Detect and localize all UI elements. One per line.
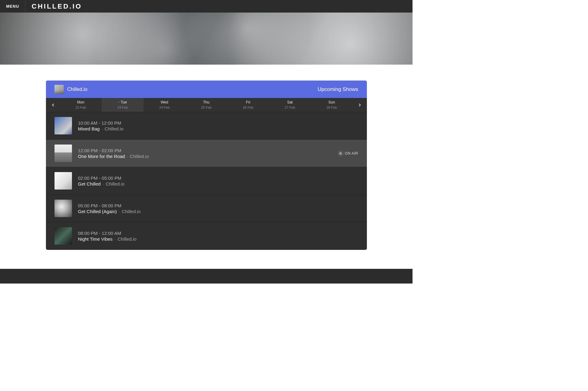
show-info: 10:00 AM - 12:00 PMMixed Bag·Chilled.io: [78, 120, 358, 131]
show-station: Chilled.io: [122, 209, 141, 214]
show-station: Chilled.io: [118, 236, 137, 242]
show-time: 10:00 AM - 12:00 PM: [78, 120, 358, 126]
show-info: 02:00 PM - 05:00 PMGet Chilled·Chilled.i…: [78, 175, 358, 186]
separator: ·: [119, 209, 120, 214]
day-of-week: Wed: [161, 100, 168, 105]
show-title: Mixed Bag: [78, 126, 100, 131]
show-thumbnail: [55, 200, 72, 217]
onair-badge: ON AIR: [339, 151, 358, 156]
chevron-left-icon: [51, 103, 55, 107]
day-date: 22 Feb: [76, 105, 86, 110]
show-title: Get Chilled: [78, 181, 101, 186]
next-week-button[interactable]: [353, 98, 367, 112]
show-thumbnail: [55, 227, 72, 245]
day-of-week: Sat: [287, 100, 293, 105]
show-title-line: One More for the Road·Chilled.io: [78, 154, 339, 159]
prev-week-button[interactable]: [46, 98, 60, 112]
main-content: Chilled.io Upcoming Shows Mon22 FebTue23…: [0, 65, 413, 250]
show-info: 12:00 PM - 02:00 PMOne More for the Road…: [78, 148, 339, 159]
schedule-card: Chilled.io Upcoming Shows Mon22 FebTue23…: [46, 81, 367, 250]
day-date: 24 Feb: [159, 105, 170, 110]
day-date: 23 Feb: [117, 105, 128, 110]
day-tab-thu[interactable]: Thu25 Feb: [185, 98, 227, 112]
day-date: 25 Feb: [201, 105, 211, 110]
show-row[interactable]: 05:00 PM - 08:00 PMGet Chilled (Again)·C…: [46, 195, 367, 222]
show-row[interactable]: 12:00 PM - 02:00 PMOne More for the Road…: [46, 140, 367, 167]
show-time: 02:00 PM - 05:00 PM: [78, 175, 358, 181]
day-tab-fri[interactable]: Fri26 Feb: [227, 98, 269, 112]
separator: ·: [101, 126, 103, 131]
onair-label: ON AIR: [345, 151, 358, 156]
day-date: 27 Feb: [285, 105, 295, 110]
day-tab-mon[interactable]: Mon22 Feb: [60, 98, 102, 112]
day-of-week: Fri: [246, 100, 250, 105]
day-date: 26 Feb: [243, 105, 253, 110]
separator: ·: [127, 154, 128, 159]
show-thumbnail: [55, 117, 72, 134]
station-thumbnail: [55, 85, 64, 94]
onair-dot-icon: [339, 152, 342, 155]
show-title-line: Mixed Bag·Chilled.io: [78, 126, 358, 131]
show-title-line: Get Chilled (Again)·Chilled.io: [78, 209, 358, 214]
show-info: 08:00 PM - 12:00 AMNight Time Vibes·Chil…: [78, 231, 358, 242]
separator: ·: [115, 236, 116, 242]
show-station: Chilled.io: [130, 154, 149, 159]
show-title: One More for the Road: [78, 154, 125, 159]
show-title: Night Time Vibes: [78, 236, 113, 242]
upcoming-shows-label: Upcoming Shows: [318, 86, 358, 92]
show-info: 05:00 PM - 08:00 PMGet Chilled (Again)·C…: [78, 203, 358, 214]
show-row[interactable]: 02:00 PM - 05:00 PMGet Chilled·Chilled.i…: [46, 167, 367, 195]
show-row[interactable]: 08:00 PM - 12:00 AMNight Time Vibes·Chil…: [46, 222, 367, 250]
day-of-week: Sun: [329, 100, 335, 105]
show-time: 08:00 PM - 12:00 AM: [78, 231, 358, 236]
show-thumbnail: [55, 145, 72, 162]
day-tabs: Mon22 FebTue23 FebWed24 FebThu25 FebFri2…: [60, 98, 353, 112]
day-of-week: Thu: [203, 100, 209, 105]
show-station: Chilled.io: [106, 181, 125, 186]
day-of-week: Tue: [119, 100, 127, 105]
hero-image: [0, 13, 413, 65]
brand-title[interactable]: CHILLED.IO: [25, 2, 82, 10]
chevron-right-icon: [358, 103, 362, 107]
show-station: Chilled.io: [105, 126, 124, 131]
day-tab-sun[interactable]: Sun28 Feb: [311, 98, 353, 112]
station-name[interactable]: Chilled.io: [67, 87, 88, 92]
station-header: Chilled.io Upcoming Shows: [46, 81, 367, 98]
day-tab-tue[interactable]: Tue23 Feb: [102, 98, 144, 112]
separator: ·: [103, 181, 104, 186]
show-title-line: Night Time Vibes·Chilled.io: [78, 236, 358, 242]
show-row[interactable]: 10:00 AM - 12:00 PMMixed Bag·Chilled.io: [46, 112, 367, 140]
day-selector: Mon22 FebTue23 FebWed24 FebThu25 FebFri2…: [46, 98, 367, 112]
day-tab-sat[interactable]: Sat27 Feb: [269, 98, 311, 112]
day-tab-wed[interactable]: Wed24 Feb: [144, 98, 186, 112]
shows-list: 10:00 AM - 12:00 PMMixed Bag·Chilled.io1…: [46, 112, 367, 250]
show-time: 12:00 PM - 02:00 PM: [78, 148, 339, 153]
show-thumbnail: [55, 172, 72, 190]
top-navbar: MENU CHILLED.IO: [0, 0, 413, 13]
show-title: Get Chilled (Again): [78, 209, 117, 214]
show-time: 05:00 PM - 08:00 PM: [78, 203, 358, 208]
day-date: 28 Feb: [326, 105, 337, 110]
footer-bar: [0, 269, 413, 284]
day-of-week: Mon: [77, 100, 84, 105]
menu-button[interactable]: MENU: [0, 0, 25, 13]
show-title-line: Get Chilled·Chilled.io: [78, 181, 358, 186]
